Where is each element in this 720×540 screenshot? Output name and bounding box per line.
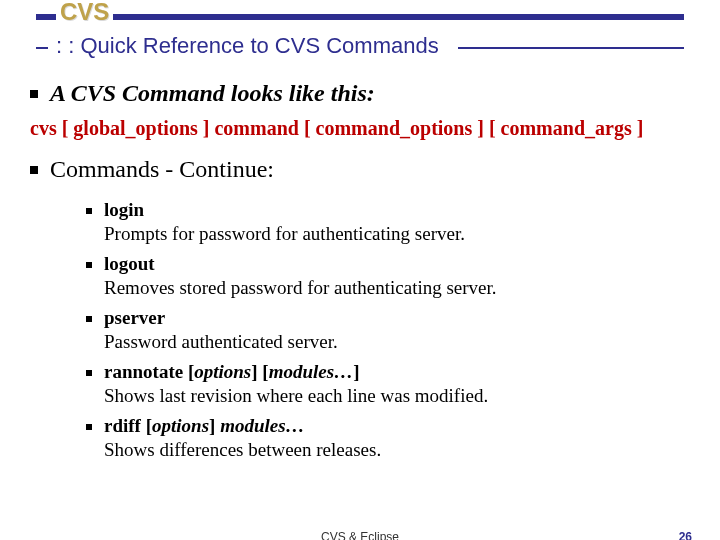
command-args-plain: ] [ [251, 361, 268, 382]
command-name: rannotate [104, 361, 183, 382]
command-syntax: cvs [ global_options ] command [ command… [30, 117, 690, 140]
command-desc: Password authenticated server. [104, 331, 338, 353]
command-args-plain: ] [353, 361, 359, 382]
section-1-heading: A CVS Command looks like this: [50, 80, 375, 107]
section-1: A CVS Command looks like this: [30, 80, 690, 107]
sub-bullet-icon [86, 424, 92, 430]
list-item: rdiff [options] modules… Shows differenc… [86, 415, 690, 467]
title-underline [36, 14, 684, 20]
subtitle-bar: : : Quick Reference to CVS Commands [0, 34, 720, 64]
page-number: 26 [679, 530, 692, 540]
command-desc: Removes stored password for authenticati… [104, 277, 497, 299]
command-args-italic: options [194, 361, 251, 382]
section-2: Commands - Continue: [30, 156, 690, 183]
subtitle-line-right [458, 47, 684, 49]
list-item: pserver Password authenticated server. [86, 307, 690, 359]
section-2-heading: Commands - Continue: [50, 156, 274, 183]
command-desc: Prompts for password for authenticating … [104, 223, 465, 245]
sub-bullet-icon [86, 262, 92, 268]
sub-bullet-icon [86, 370, 92, 376]
command-name: login [104, 199, 144, 220]
sub-bullet-icon [86, 208, 92, 214]
list-item: login Prompts for password for authentic… [86, 199, 690, 251]
subtitle-line-left [36, 47, 48, 49]
command-name: logout [104, 253, 155, 274]
content-area: A CVS Command looks like this: cvs [ glo… [0, 64, 720, 467]
list-item: rannotate [options] [modules…] Shows las… [86, 361, 690, 413]
command-name: pserver [104, 307, 165, 328]
page-subtitle: : : Quick Reference to CVS Commands [52, 33, 443, 59]
bullet-icon [30, 166, 38, 174]
command-args-italic: modules… [269, 361, 353, 382]
command-args-italic: options [152, 415, 209, 436]
list-item: logout Removes stored password for authe… [86, 253, 690, 305]
command-desc: Shows last revision where each line was … [104, 385, 488, 407]
sub-bullet-icon [86, 316, 92, 322]
command-args-plain: [ [183, 361, 194, 382]
bullet-icon [30, 90, 38, 98]
command-name: rdiff [104, 415, 141, 436]
command-args-plain: [ [141, 415, 152, 436]
command-desc: Shows differences between releases. [104, 439, 381, 461]
title-bar: CVS [0, 2, 720, 30]
footer-center-text: CVS & Eclipse [0, 530, 720, 540]
command-args-italic: modules… [220, 415, 304, 436]
command-args-plain: ] [209, 415, 220, 436]
commands-list: login Prompts for password for authentic… [30, 191, 690, 467]
page-title: CVS [56, 0, 113, 26]
